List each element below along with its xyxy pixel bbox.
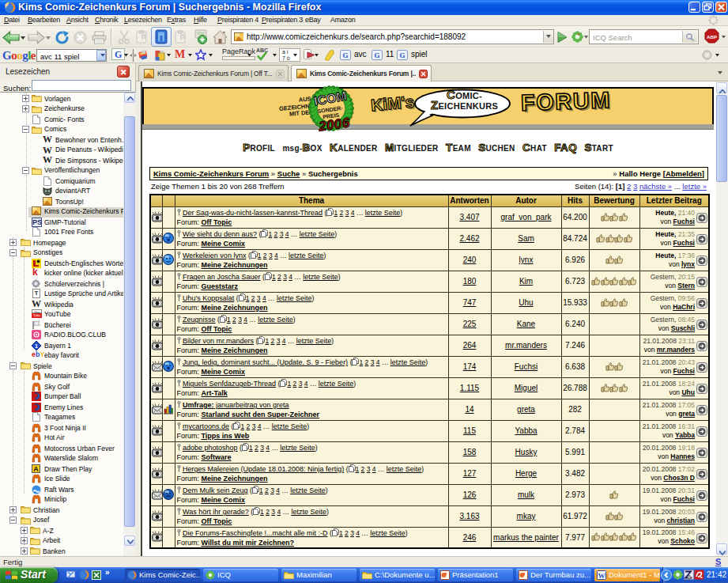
svg-text:ABP: ABP: [707, 34, 717, 40]
svg-text:G: G: [399, 51, 405, 59]
svg-text:1: 1: [35, 343, 38, 349]
svg-text:G: G: [374, 51, 379, 59]
svg-text:G: G: [342, 51, 348, 59]
svg-text:W: W: [598, 572, 605, 580]
